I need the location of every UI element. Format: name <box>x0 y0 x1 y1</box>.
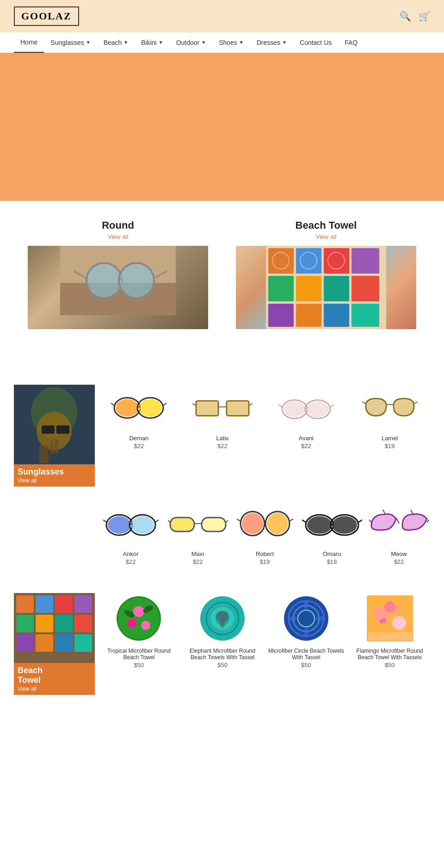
nav-item-outdoor[interactable]: Outdoor ▼ <box>170 32 213 53</box>
cart-icon[interactable]: 🛒 <box>419 11 430 22</box>
sunglasses-collection: Sunglasses View all De <box>0 375 444 718</box>
product-tropical[interactable]: Tropical Microfiber Round Beach Towel $5… <box>99 593 179 668</box>
svg-rect-101 <box>36 634 53 652</box>
chevron-down-icon: ▼ <box>282 40 287 45</box>
svg-point-3 <box>87 264 121 297</box>
nav-item-faq[interactable]: FAQ <box>338 32 364 53</box>
svg-point-124 <box>304 628 308 637</box>
svg-line-89 <box>369 520 371 522</box>
product-tropical-name: Tropical Microfiber Round Beach Towel <box>99 648 179 661</box>
product-meow-name: Meow <box>368 550 430 557</box>
svg-point-126 <box>315 616 325 621</box>
product-tropical-image <box>99 593 179 644</box>
svg-rect-93 <box>36 595 53 613</box>
svg-line-87 <box>411 510 413 514</box>
product-tropical-price: $50 <box>99 662 179 668</box>
product-lamel-image <box>350 385 429 431</box>
product-elephant[interactable]: Elephant Microfiber Round Beach Towels W… <box>183 593 262 668</box>
product-avani-name: Avani <box>267 435 346 442</box>
product-microfiber-circle[interactable]: Microfiber Circle Beach Towels With Tass… <box>267 593 346 668</box>
beach-towel-row: Beach Towel View all <box>14 593 430 695</box>
product-elephant-price: $50 <box>183 662 262 668</box>
svg-rect-94 <box>55 595 73 613</box>
svg-point-35 <box>116 399 139 417</box>
svg-rect-13 <box>352 248 379 274</box>
nav-item-bikini[interactable]: Bikini ▼ <box>135 32 169 53</box>
sunglasses-banner-title: Sunglasses <box>18 467 91 477</box>
svg-point-129 <box>392 616 406 630</box>
product-meow-image <box>368 500 430 547</box>
nav-item-dresses[interactable]: Dresses ▼ <box>250 32 293 53</box>
product-robert-price: $19 <box>234 558 296 565</box>
chevron-down-icon: ▼ <box>86 40 91 45</box>
product-deman[interactable]: Deman $22 <box>99 385 179 450</box>
beach-towel-banner[interactable]: Beach Towel View all <box>14 593 95 695</box>
svg-rect-16 <box>324 276 349 301</box>
product-lamel[interactable]: Lamel $19 <box>350 385 429 450</box>
svg-line-56 <box>362 402 366 404</box>
hero-banner <box>0 53 444 201</box>
product-robert-name: Robert <box>234 550 296 557</box>
category-beach-towel-viewall[interactable]: View all <box>236 233 416 240</box>
svg-line-84 <box>302 520 306 522</box>
search-icon[interactable]: 🔍 <box>400 11 411 22</box>
category-beach-towel-title: Beach Towel <box>236 219 416 231</box>
nav-item-shoes[interactable]: Shoes ▼ <box>212 32 250 53</box>
category-round-viewall[interactable]: View all <box>28 233 208 240</box>
svg-rect-103 <box>74 634 92 652</box>
product-latix[interactable]: Latix $22 <box>183 385 262 450</box>
svg-line-88 <box>396 518 399 524</box>
nav-item-sunglasses[interactable]: Sunglasses ▼ <box>44 32 97 53</box>
product-latix-name: Latix <box>183 435 262 442</box>
product-meow[interactable]: Meow $22 <box>368 500 430 565</box>
product-meow-price: $22 <box>368 558 430 565</box>
beach-towel-banner-title: Beach Towel <box>18 666 91 686</box>
product-robert[interactable]: Robert $19 <box>234 500 296 565</box>
chevron-down-icon: ▼ <box>201 40 206 45</box>
svg-point-123 <box>304 600 308 609</box>
svg-point-118 <box>220 618 225 628</box>
category-round-image[interactable] <box>28 246 208 329</box>
product-maxi[interactable]: Maxi $22 <box>166 500 229 565</box>
product-avani[interactable]: Avani $22 <box>267 385 346 450</box>
svg-rect-33 <box>55 439 58 454</box>
svg-line-85 <box>358 520 362 522</box>
sunglasses-banner[interactable]: Sunglasses View all <box>14 385 95 487</box>
svg-point-75 <box>267 513 288 534</box>
svg-point-51 <box>307 401 329 417</box>
svg-line-53 <box>278 405 282 407</box>
site-logo[interactable]: GOOLAZ <box>14 6 79 26</box>
svg-line-39 <box>111 403 114 406</box>
product-avani-image <box>267 385 346 431</box>
product-microfiber-circle-image <box>267 593 346 644</box>
category-beach-towel-image[interactable] <box>236 246 416 329</box>
header-icons: 🔍 🛒 <box>400 11 430 22</box>
product-omaru-name: Omaru <box>301 550 363 557</box>
product-omaru[interactable]: Omaru $19 <box>301 500 363 565</box>
svg-rect-44 <box>228 402 248 415</box>
nav-item-beach[interactable]: Beach ▼ <box>97 32 135 53</box>
product-microfiber-circle-name: Microfiber Circle Beach Towels With Tass… <box>267 648 346 661</box>
svg-line-90 <box>427 520 429 522</box>
svg-point-49 <box>284 401 306 417</box>
nav-item-contact[interactable]: Contact Us <box>293 32 338 53</box>
product-latix-image <box>183 385 262 431</box>
svg-rect-32 <box>50 440 54 454</box>
product-ankor[interactable]: Ankor $22 <box>99 500 162 565</box>
svg-line-57 <box>414 402 418 404</box>
nav-item-home[interactable]: Home <box>14 32 44 53</box>
svg-rect-21 <box>352 304 379 327</box>
product-maxi-price: $22 <box>166 558 229 565</box>
beach-towel-banner-viewall[interactable]: View all <box>18 686 91 692</box>
categories-section: Round View all Beach Towel <box>0 201 444 338</box>
product-maxi-name: Maxi <box>166 550 229 557</box>
svg-line-78 <box>290 519 293 521</box>
product-ankor-image <box>99 500 162 547</box>
sunglasses-row-1: Sunglasses View all De <box>14 385 430 487</box>
sunglasses-products-grid-1: Deman $22 Latix $22 <box>99 385 430 487</box>
product-flamingo-name: Flamingo Microfiber Round Beach Towel Wi… <box>350 648 429 661</box>
sunglasses-banner-viewall[interactable]: View all <box>18 477 91 484</box>
svg-point-73 <box>242 513 263 534</box>
product-flamingo[interactable]: Flamingo Microfiber Round Beach Towel Wi… <box>350 593 429 668</box>
chevron-down-icon: ▼ <box>123 40 128 45</box>
